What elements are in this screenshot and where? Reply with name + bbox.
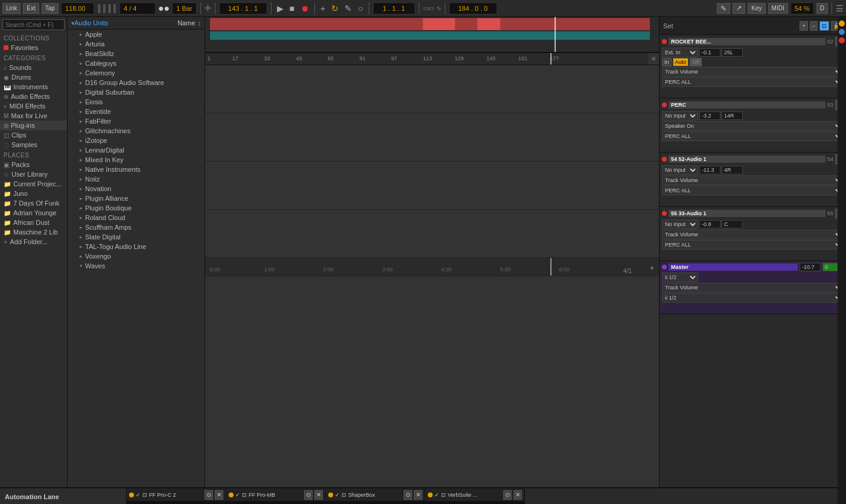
effect-body-2[interactable] <box>226 502 325 504</box>
tree-item-7[interactable]: ▸Eiosis <box>68 97 205 107</box>
edge-btn-1[interactable] <box>839 20 845 27</box>
sidebar-item-midi-effects[interactable]: ≈ MIDI Effects <box>0 101 67 111</box>
mixer-filter-btn[interactable]: ⊡ <box>819 21 829 31</box>
d-btn[interactable]: D <box>816 3 828 14</box>
tree-item-3[interactable]: ▸Cableguys <box>68 58 205 68</box>
select-mode-btn[interactable]: ↗ <box>733 3 745 14</box>
sidebar-item-clips[interactable]: ◫ Clips <box>0 130 67 140</box>
effect-x-1[interactable]: ✕ <box>215 490 223 500</box>
ch1-off-btn[interactable]: Off <box>690 58 702 66</box>
tree-item-18[interactable]: ▸Plugin Boutique <box>68 203 205 213</box>
loop-end-display[interactable]: 184 . 0 . 0 <box>449 2 497 14</box>
sidebar-item-current-project[interactable]: 📁 Current Projec... <box>0 179 67 189</box>
ch4-name[interactable]: 55 33-Audio 1 <box>669 210 825 217</box>
edge-btn-3[interactable] <box>839 37 845 43</box>
tree-item-21[interactable]: ▸Slate Digital <box>68 232 205 242</box>
effect-power-1[interactable]: ⊙ <box>205 490 213 500</box>
sidebar-item-instruments[interactable]: 🎹 Instruments <box>0 82 67 92</box>
ch1-input-select[interactable]: Ext. In <box>662 48 698 57</box>
effect-body-4[interactable] <box>425 502 524 504</box>
sidebar-item-favorites[interactable]: Favorites <box>0 43 67 52</box>
ruler-expand-btn[interactable]: ✕ <box>648 53 659 65</box>
sidebar-item-african-dust[interactable]: 📁 African Dust <box>0 218 67 227</box>
master-input-select[interactable]: ii 1/2 <box>662 272 698 282</box>
ch1-volume-select[interactable]: Track Volume <box>662 67 844 77</box>
ch1-in-btn[interactable]: In <box>662 58 672 66</box>
record-button[interactable]: ⏺ <box>299 4 311 13</box>
effect-toggle-4[interactable]: ✓ <box>434 492 439 498</box>
mixer-minus-btn[interactable]: − <box>810 21 818 31</box>
effect-toggle-1[interactable]: ✓ <box>136 492 141 498</box>
effect-x-4[interactable]: ✕ <box>514 490 522 500</box>
percent-display[interactable]: 54 % <box>790 2 814 14</box>
tree-item-9[interactable]: ▸FabFilter <box>68 116 205 126</box>
effect-x-3[interactable]: ✕ <box>414 490 422 500</box>
sidebar-item-sounds[interactable]: ♪ Sounds <box>0 63 67 72</box>
ch4-input-select[interactable]: No Input <box>662 219 698 229</box>
tree-item-24[interactable]: ▾Waves <box>68 261 205 271</box>
move-icon[interactable]: ✛ <box>205 4 211 13</box>
effect-power-3[interactable]: ⊙ <box>404 490 412 500</box>
sidebar-item-7-days[interactable]: 📁 7 Days Of Funk <box>0 198 67 208</box>
add-track-button[interactable]: + <box>649 263 654 272</box>
key-btn[interactable]: Key <box>748 3 765 14</box>
sidebar-item-packs[interactable]: ▣ Packs <box>0 160 67 169</box>
tree-item-19[interactable]: ▸Roland Cloud <box>68 213 205 222</box>
sidebar-item-juno[interactable]: 📁 Juno <box>0 189 67 198</box>
bar-select[interactable]: 1 Bar <box>172 2 196 14</box>
time-sig-display[interactable]: 4 / 4 <box>119 2 156 14</box>
metronome-button[interactable]: ○ <box>356 4 364 13</box>
tree-name-header[interactable]: Name <box>177 19 195 27</box>
sort-icon[interactable]: ↕ <box>198 19 202 27</box>
tree-item-14[interactable]: ▸Native Instruments <box>68 165 205 174</box>
tree-item-0[interactable]: ▸Apple <box>68 30 205 39</box>
effect-power-4[interactable]: ⊙ <box>503 490 512 500</box>
master-volume-select[interactable]: Track Volume <box>662 283 844 292</box>
master-send-select[interactable]: ii 1/2 <box>662 293 844 303</box>
ch2-volume-select[interactable]: Speaker On <box>662 121 844 131</box>
ch4-send-select[interactable]: PERC ALL <box>662 240 844 250</box>
effect-toggle2-1[interactable]: ⊡ <box>142 492 147 498</box>
loop-icon[interactable]: ↻ <box>329 4 340 13</box>
tree-item-20[interactable]: ▸Scuffham Amps <box>68 222 205 232</box>
search-input[interactable] <box>2 19 65 30</box>
ch4-volume-select[interactable]: Track Volume <box>662 230 844 239</box>
tree-item-15[interactable]: ▸Noiiz <box>68 174 205 184</box>
tree-item-8[interactable]: ▸Eventide <box>68 107 205 116</box>
edge-btn-2[interactable] <box>839 29 845 35</box>
ch2-name[interactable]: PERC <box>669 101 825 109</box>
ch2-send-select[interactable]: PERC ALL <box>662 131 844 141</box>
tree-item-17[interactable]: ▸Plugin Alliance <box>68 194 205 203</box>
tree-item-22[interactable]: ▸TAL-Togu Audio Line <box>68 242 205 251</box>
sidebar-item-drums[interactable]: ◉ Drums <box>0 72 67 82</box>
tracks-area[interactable]: RCKR RCKR RCKR RCKR RCKR RCKR for(let i=… <box>205 65 659 487</box>
loop-start-display[interactable]: 1 . 1 . 1 <box>373 2 415 14</box>
effect-toggle2-3[interactable]: ⊡ <box>342 492 346 498</box>
overview-strip[interactable] <box>205 17 659 53</box>
tree-item-5[interactable]: ▸D16 Group Audio Software <box>68 78 205 87</box>
effect-body-3[interactable] <box>326 502 425 504</box>
play-button[interactable]: ▶ <box>275 4 285 13</box>
effect-toggle2-2[interactable]: ⊡ <box>242 492 247 498</box>
tree-item-4[interactable]: ▸Celemony <box>68 68 205 78</box>
effect-power-2[interactable]: ⊙ <box>304 490 313 500</box>
sidebar-item-adrian-younge[interactable]: 📁 Adrian Younge <box>0 208 67 218</box>
tree-item-23[interactable]: ▸Voxengo <box>68 251 205 261</box>
drop-audio-effects-area[interactable]: Drop Audio Effects Here <box>525 488 846 504</box>
ch3-input-select[interactable]: No Input <box>662 165 698 175</box>
ch3-send-select[interactable]: PERC ALL <box>662 186 844 195</box>
sidebar-item-audio-effects[interactable]: ≋ Audio Effects <box>0 92 67 101</box>
sidebar-item-max-for-live[interactable]: M Max for Live <box>0 111 67 121</box>
sidebar-item-plug-ins[interactable]: ⊞ Plug-ins <box>0 121 67 130</box>
add-button[interactable]: + <box>319 4 327 13</box>
effect-toggle-2[interactable]: ✓ <box>235 492 240 498</box>
ext-button[interactable]: Ext <box>23 3 39 14</box>
effect-body-1[interactable] <box>127 502 226 504</box>
effect-x-2[interactable]: ✕ <box>314 490 323 500</box>
tree-item-11[interactable]: ▸iZotope <box>68 136 205 145</box>
mixer-plus-btn[interactable]: + <box>800 21 807 31</box>
draw-button[interactable]: ✎ <box>343 4 354 13</box>
hamburger-icon[interactable]: ☰ <box>836 4 844 13</box>
ch3-volume-select[interactable]: Track Volume <box>662 175 844 185</box>
ch3-name[interactable]: 54 52-Audio 1 <box>669 156 825 163</box>
